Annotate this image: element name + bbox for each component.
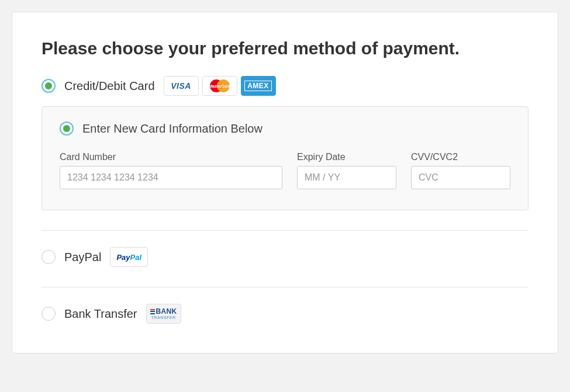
new-card-panel: Enter New Card Information Below Card Nu… [42, 106, 528, 210]
new-card-header: Enter New Card Information Below [60, 122, 510, 136]
method-bank-label: Bank Transfer [64, 307, 137, 321]
cvc-field-wrap: CVV/CVC2 [411, 152, 510, 189]
bank-icons: BANK TRANSFER [146, 304, 181, 324]
visa-icon: VISA [164, 76, 199, 96]
paypal-icons: PayPal [110, 247, 148, 267]
separator [42, 230, 528, 231]
method-bank-row: Bank Transfer BANK TRANSFER [42, 304, 528, 324]
cvc-input[interactable] [411, 166, 510, 189]
card-number-field-wrap: Card Number [60, 152, 282, 189]
expiry-label: Expiry Date [297, 152, 396, 162]
amex-icon: AMEX [241, 76, 276, 96]
card-fields: Card Number Expiry Date CVV/CVC2 [60, 152, 510, 189]
radio-paypal[interactable] [42, 250, 56, 264]
method-paypal-row: PayPal PayPal [42, 247, 528, 267]
page-title: Please choose your preferred method of p… [42, 39, 528, 58]
card-number-input[interactable] [60, 166, 282, 189]
expiry-field-wrap: Expiry Date [297, 152, 396, 189]
card-brand-icons: VISA MasterCard AMEX [164, 76, 276, 96]
payment-method-panel: Please choose your preferred method of p… [12, 12, 558, 353]
method-card-row: Credit/Debit Card VISA MasterCard AMEX [42, 76, 528, 96]
radio-bank[interactable] [42, 307, 56, 321]
cvc-label: CVV/CVC2 [411, 152, 510, 162]
new-card-label: Enter New Card Information Below [82, 122, 262, 136]
radio-new-card[interactable] [60, 122, 74, 136]
bank-transfer-icon: BANK TRANSFER [146, 304, 181, 324]
method-paypal-label: PayPal [64, 251, 101, 264]
card-number-label: Card Number [60, 152, 282, 162]
mastercard-icon: MasterCard [202, 76, 237, 96]
radio-card[interactable] [42, 79, 56, 93]
separator [42, 287, 528, 287]
method-card-label: Credit/Debit Card [64, 79, 155, 93]
paypal-icon: PayPal [110, 247, 148, 267]
expiry-input[interactable] [297, 166, 396, 189]
